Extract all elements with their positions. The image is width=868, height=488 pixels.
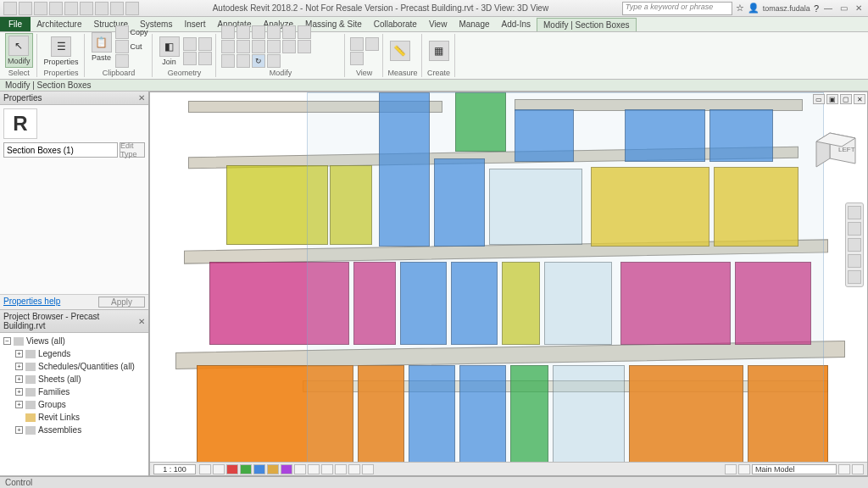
- tab-manage[interactable]: Manage: [453, 18, 495, 30]
- vc-extra2-icon[interactable]: [852, 464, 864, 474]
- tree-expander-icon[interactable]: +: [15, 350, 23, 358]
- sun-path-icon[interactable]: [226, 464, 238, 474]
- 3d-view[interactable]: ▭ ▣ ▢ ✕ LEFT: [149, 92, 868, 476]
- fullnav-icon[interactable]: [848, 206, 861, 219]
- tree-sheets[interactable]: Sheets (all): [38, 373, 81, 385]
- refresh-icon[interactable]: ↻: [252, 54, 265, 68]
- look-icon[interactable]: [848, 270, 861, 284]
- tree-expander-icon[interactable]: +: [15, 363, 23, 370]
- tab-view[interactable]: View: [423, 18, 453, 30]
- star-icon[interactable]: ☆: [736, 3, 744, 14]
- geom3-icon[interactable]: [183, 52, 197, 65]
- qat-open-icon[interactable]: [19, 2, 32, 15]
- qat-redo-icon[interactable]: [64, 2, 78, 15]
- close-button[interactable]: ✕: [853, 3, 865, 14]
- navigation-bar[interactable]: [845, 202, 864, 287]
- visual-style-icon[interactable]: [213, 464, 225, 474]
- shadows-icon[interactable]: [240, 464, 252, 474]
- browser-close-icon[interactable]: ✕: [138, 317, 145, 326]
- view-max-button[interactable]: ▢: [840, 94, 852, 104]
- properties-button[interactable]: ☰ Properties: [42, 35, 81, 68]
- main-model-selector[interactable]: Main Model: [752, 464, 837, 474]
- cut-button[interactable]: Cut: [115, 40, 148, 53]
- paste-button[interactable]: 📋 Paste: [90, 30, 114, 64]
- mod5-icon[interactable]: [282, 25, 296, 39]
- tree-expander-icon[interactable]: +: [15, 388, 23, 396]
- mod10-icon[interactable]: [267, 40, 281, 53]
- tree-views[interactable]: Views (all): [26, 335, 65, 347]
- match-button[interactable]: [115, 54, 148, 68]
- mod9-icon[interactable]: [252, 40, 265, 53]
- mod11-icon[interactable]: [282, 40, 296, 53]
- tree-expander-icon[interactable]: −: [3, 337, 11, 345]
- edit-type-button[interactable]: Edit Type: [120, 142, 145, 158]
- qat-undo-icon[interactable]: [49, 2, 63, 15]
- select-links-icon[interactable]: [725, 464, 737, 474]
- tab-collaborate[interactable]: Collaborate: [368, 18, 423, 30]
- properties-help-link[interactable]: Properties help: [3, 297, 60, 308]
- mod13-icon[interactable]: [221, 54, 235, 68]
- qat-home-icon[interactable]: [3, 2, 17, 15]
- pan-icon[interactable]: [848, 222, 861, 236]
- tree-expander-icon[interactable]: +: [15, 375, 23, 383]
- selection-filter-dropdown[interactable]: [3, 142, 118, 158]
- measure-button[interactable]: 📏: [388, 39, 412, 63]
- project-tree[interactable]: −Views (all) +Legends +Schedules/Quantit…: [0, 333, 148, 438]
- geom4-icon[interactable]: [198, 52, 212, 65]
- reveal-icon[interactable]: [321, 464, 333, 474]
- orbit-icon[interactable]: [848, 254, 861, 268]
- signin-icon[interactable]: 👤: [748, 3, 760, 14]
- properties-close-icon[interactable]: ✕: [138, 93, 145, 103]
- vc-extra1-icon[interactable]: [838, 464, 850, 474]
- detail-level-icon[interactable]: [199, 464, 211, 474]
- mod4-icon[interactable]: [267, 25, 281, 39]
- crop-icon[interactable]: [267, 464, 279, 474]
- search-input[interactable]: Type a keyword or phrase: [622, 2, 732, 15]
- tab-architecture[interactable]: Architecture: [31, 18, 87, 30]
- analytical-icon[interactable]: [348, 464, 360, 474]
- tree-families[interactable]: Families: [38, 385, 70, 398]
- qat-save-icon[interactable]: [34, 2, 47, 15]
- crop-region-icon[interactable]: [281, 464, 292, 474]
- mod12-icon[interactable]: [298, 40, 311, 53]
- join-button[interactable]: ◧ Join: [158, 35, 181, 68]
- view-cascade-button[interactable]: ▣: [826, 94, 838, 104]
- qat-measure-icon[interactable]: [110, 2, 124, 15]
- create-button[interactable]: ▦: [427, 39, 451, 63]
- tree-schedules[interactable]: Schedules/Quantities (all): [38, 360, 135, 373]
- viewcube[interactable]: LEFT: [813, 126, 859, 172]
- view2-icon[interactable]: [365, 37, 379, 51]
- apply-button[interactable]: Apply: [98, 297, 145, 308]
- tree-expander-icon[interactable]: +: [15, 426, 23, 434]
- tree-groups[interactable]: Groups: [38, 398, 66, 411]
- tree-expander-icon[interactable]: +: [15, 401, 23, 408]
- qat-print-icon[interactable]: [80, 2, 93, 15]
- modify-button[interactable]: ↖ Modify: [5, 33, 33, 68]
- restore-button[interactable]: ▭: [837, 3, 849, 14]
- zoom-icon[interactable]: [848, 238, 861, 252]
- copy-button[interactable]: Copy: [115, 25, 148, 39]
- lock-3d-icon[interactable]: [294, 464, 306, 474]
- worksharing-icon[interactable]: [335, 464, 347, 474]
- minimize-button[interactable]: —: [822, 3, 834, 14]
- constraints-icon[interactable]: [362, 464, 374, 474]
- qat-more-icon[interactable]: [125, 2, 139, 15]
- mod6-icon[interactable]: [298, 25, 311, 39]
- view-close-button[interactable]: ✕: [854, 94, 865, 104]
- geom1-icon[interactable]: [183, 37, 197, 51]
- mod7-icon[interactable]: [221, 40, 235, 53]
- user-name[interactable]: tomasz.fudala: [763, 4, 810, 13]
- help-icon[interactable]: ?: [814, 3, 819, 14]
- mod8-icon[interactable]: [236, 40, 250, 53]
- mod3-icon[interactable]: [252, 25, 265, 39]
- tree-revitlinks[interactable]: Revit Links: [38, 411, 80, 424]
- tab-insert[interactable]: Insert: [178, 18, 211, 30]
- tab-modify-section-boxes[interactable]: Modify | Section Boxes: [537, 18, 637, 31]
- rendering-icon[interactable]: [253, 464, 265, 474]
- scale-selector[interactable]: 1 : 100: [153, 464, 196, 474]
- tab-addins[interactable]: Add-Ins: [496, 18, 537, 30]
- mod15-icon[interactable]: [267, 54, 281, 68]
- select-underlay-icon[interactable]: [738, 464, 750, 474]
- temp-hide-icon[interactable]: [308, 464, 320, 474]
- file-menu[interactable]: File: [0, 17, 31, 31]
